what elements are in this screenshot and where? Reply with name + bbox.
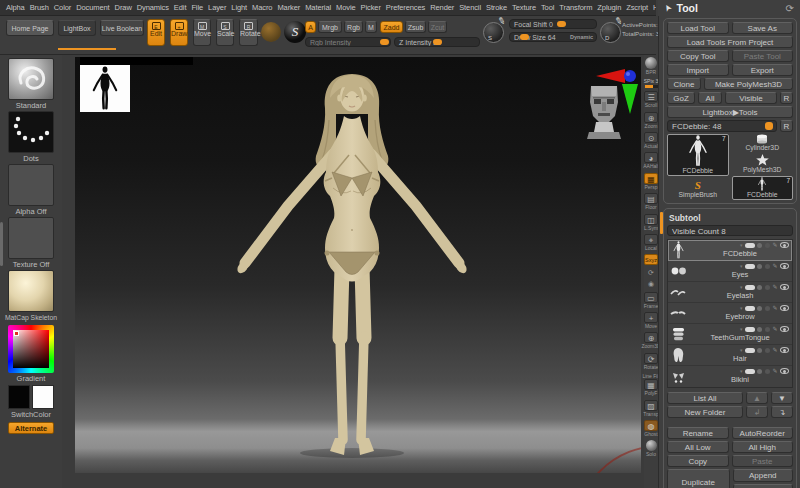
paste-subtool-button[interactable]: Paste [732,455,794,467]
tool-thumb-cylinder3d[interactable]: Cylinder3D [732,134,794,152]
current-brush-thumbnail[interactable] [8,58,54,100]
eye-icon[interactable] [780,326,789,332]
current-stroke-thumbnail[interactable] [8,111,54,153]
import-button[interactable]: Import [667,64,729,76]
sculpt-model-figure[interactable] [230,60,475,460]
menu-item-file[interactable]: File [191,3,203,12]
menu-item-material[interactable]: Material [305,3,331,12]
color-picker[interactable] [8,325,54,373]
axis-origin-sphere[interactable] [624,70,636,82]
color-picker-sv-square[interactable] [13,330,49,368]
eye-icon[interactable] [780,263,789,269]
toggle-icon[interactable] [757,264,762,269]
aahalf-button[interactable]: ◕ AAHalf [643,152,659,169]
visibility-pill-icon[interactable] [745,285,755,290]
gradient-label[interactable]: Gradient [0,373,62,384]
menu-item-draw[interactable]: Draw [115,3,132,12]
texture-label[interactable]: Texture Off [0,259,62,270]
frame-button[interactable]: ▭ Frame [643,292,659,309]
tool-thumb-polymesh3d[interactable]: PolyMesh3D [732,154,794,174]
toggle-icon[interactable] [757,369,762,374]
m-button[interactable]: M [365,21,377,33]
folder-move-button[interactable]: ↴ [771,406,793,418]
zsub-button[interactable]: Zsub [405,21,426,33]
rotate-mode-button[interactable]: RRotate [239,19,258,46]
rgb-intensity-knob[interactable] [380,39,389,45]
visibility-pill-icon[interactable] [745,348,755,353]
subtool-fold-icon[interactable]: ▾ [740,242,743,248]
insert-button[interactable]: Insert [733,484,794,488]
zoom3d-button[interactable]: ⊕ Zoom3D [643,332,659,349]
subtool-fold-icon[interactable]: ▾ [740,305,743,311]
home-page-button[interactable]: Home Page [6,20,54,36]
tool-thumb-fcdebbie-2[interactable]: 7 FCDebbie [732,176,794,200]
goz-all-button[interactable]: All [698,92,722,104]
append-button[interactable]: Append [733,469,794,482]
tray-scrollbar[interactable] [0,222,3,266]
menu-item-transform[interactable]: Transform [559,3,592,12]
eye-icon[interactable] [780,347,789,353]
zadd-button[interactable]: Zadd [380,21,403,33]
toggle-icon[interactable] [757,285,762,290]
dynamic-label[interactable]: Dynamic [570,33,593,42]
move-view-button[interactable]: + Move [643,312,659,329]
copy-tool-button[interactable]: Copy Tool [667,50,729,62]
visible-count-slider[interactable]: Visible Count 8 [667,225,793,236]
toggle-icon[interactable] [757,243,762,248]
new-folder-button[interactable]: New Folder [667,406,743,418]
switchcolor-label[interactable]: SwitchColor [0,409,62,420]
brush-preview-icon[interactable] [261,22,281,42]
subtool-up-button[interactable]: ▲ [746,392,768,404]
folder-collapse-button[interactable]: ↲ [746,406,768,418]
duplicate-button[interactable]: Duplicate [667,469,730,488]
goz-button[interactable]: GoZ [667,92,695,104]
eye-icon[interactable] [780,368,789,374]
main-color-swatch[interactable] [8,385,30,409]
lightbox-button[interactable]: LightBox [58,20,96,36]
mini-spin-button[interactable]: ⟳ [643,269,659,277]
goz-r-button[interactable]: R [780,92,793,104]
zcut-button[interactable]: Zcut [428,21,447,33]
material-preview-icon[interactable]: S [284,21,306,43]
subtool-row-eyes[interactable]: ▾✎ Eyes [668,261,792,282]
local-button[interactable]: ⌖ Local [643,234,659,251]
color-picker-cursor[interactable] [14,331,19,336]
menu-item-edit[interactable]: Edit [174,3,187,12]
rgb-button[interactable]: Rgb [344,21,363,33]
live-boolean-button[interactable]: Live Boolean [100,20,144,36]
subtool-fold-icon[interactable]: ▾ [740,284,743,290]
menu-item-movie[interactable]: Movie [336,3,356,12]
transp-button[interactable]: ▨ Transp [643,400,659,417]
brush-label[interactable]: Standard [0,100,62,111]
clone-button[interactable]: Clone [667,78,701,90]
paint-icon[interactable]: ✎ [772,242,777,248]
eye-icon[interactable] [780,305,789,311]
subtool-fold-icon[interactable]: ▾ [740,326,743,332]
draw-mode-button[interactable]: +Draw [170,19,188,46]
menu-item-texture[interactable]: Texture [512,3,536,12]
paint-icon[interactable]: ✎ [772,263,777,269]
menu-item-help[interactable]: Help [653,3,656,12]
actual-button[interactable]: ⊙ Actual [643,132,659,149]
paint-icon[interactable]: ✎ [772,368,777,374]
menu-item-macro[interactable]: Macro [252,3,272,12]
subtool-row-eyelash[interactable]: ▾✎ Eyelash [668,282,792,303]
panel-menu-icon[interactable]: ⟳ [786,3,794,14]
lsym-button[interactable]: ◫ L.Sym [643,214,659,231]
copy-subtool-button[interactable]: Copy [667,455,729,467]
menu-item-light[interactable]: Light [231,3,247,12]
subtool-row-fcdebbie[interactable]: ▾✎ FCDebbie [668,240,792,261]
toggle-icon[interactable] [757,348,762,353]
autoreorder-button[interactable]: AutoReorder [732,427,794,439]
alpha-flyout-button[interactable]: ✎ D [600,22,621,43]
paint-icon[interactable]: ✎ [772,305,777,311]
subtool-row-eyebrow[interactable]: ▾✎ Eyebrow [668,303,792,324]
subtool-title[interactable]: Subtool [667,212,793,225]
ghost-button[interactable]: ◍ Ghost [643,420,659,437]
toggle-icon[interactable] [757,306,762,311]
visibility-pill-icon[interactable] [745,243,755,248]
visibility-pill-icon[interactable] [745,327,755,332]
toggle2-icon[interactable] [765,327,770,332]
persp-button[interactable]: ▦ Persp [643,173,659,190]
menu-item-zscript[interactable]: Zscript [626,3,648,12]
